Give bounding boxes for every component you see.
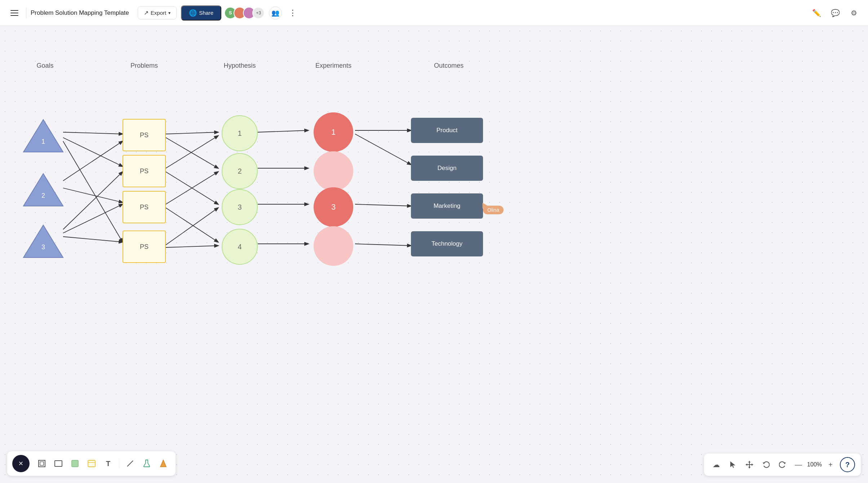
zoom-in-button[interactable]: + (825, 459, 836, 470)
canvas[interactable]: Goals Problems Hypothesis Experiments Ou… (0, 26, 868, 483)
sticky-note-tool[interactable] (68, 456, 82, 471)
more-options-button[interactable]: ⋮ (286, 6, 299, 19)
hypothesis-2[interactable]: 2 (222, 153, 258, 189)
svg-line-2 (63, 141, 123, 181)
svg-text:3: 3 (41, 243, 45, 251)
export-button[interactable]: ↗ Export ▾ (138, 6, 177, 19)
toolbar-separator (26, 8, 26, 18)
pencil-icon: ✏️ (812, 9, 821, 17)
move-tool[interactable] (743, 458, 756, 471)
cloud-icon[interactable]: ☁ (710, 458, 723, 471)
card-tool[interactable] (84, 456, 99, 471)
svg-text:1: 1 (41, 138, 45, 145)
svg-line-22 (355, 204, 411, 206)
goal-2[interactable]: 2 (22, 172, 65, 209)
question-icon: ? (845, 461, 850, 469)
settings-button[interactable]: ⚙ (847, 6, 861, 20)
triangle-1-shape: 1 (22, 118, 65, 154)
undo-icon (762, 461, 770, 468)
svg-line-4 (63, 172, 123, 229)
svg-marker-28 (23, 225, 63, 258)
ellipsis-icon: ⋮ (289, 8, 297, 18)
outcome-technology[interactable]: Technology (411, 231, 483, 256)
problem-2-label: PS (140, 167, 149, 175)
flask-tool[interactable] (140, 456, 154, 471)
experiment-2[interactable] (314, 151, 353, 191)
outcome-product-label: Product (437, 127, 458, 134)
svg-line-16 (258, 130, 308, 132)
edit-button[interactable]: ✏️ (810, 6, 823, 20)
triangle-3-shape: 3 (22, 223, 65, 259)
svg-marker-42 (748, 461, 750, 462)
svg-marker-26 (23, 174, 63, 206)
rectangle-tool[interactable] (51, 456, 66, 471)
close-icon: × (19, 459, 23, 468)
outcome-marketing-label: Marketing (434, 202, 461, 210)
rectangle-icon (54, 460, 62, 467)
people-button[interactable]: 👥 (269, 6, 282, 19)
close-button[interactable]: × (12, 455, 30, 472)
problem-2[interactable]: PS (123, 155, 166, 187)
hypothesis-3-label: 3 (238, 203, 242, 211)
hypothesis-4-label: 4 (238, 243, 242, 251)
svg-line-14 (166, 208, 218, 245)
share-label: Share (199, 10, 213, 16)
goal-1[interactable]: 1 (22, 118, 65, 155)
col-header-problems: Problems (130, 62, 158, 70)
zoom-controls: — 100% + (793, 459, 836, 470)
line-tool[interactable] (123, 456, 137, 471)
col-header-hypothesis: Hypothesis (223, 62, 256, 70)
experiment-3[interactable]: 3 (314, 187, 353, 227)
hypothesis-3[interactable]: 3 (222, 189, 258, 225)
triangle-2-shape: 2 (22, 172, 65, 208)
svg-rect-34 (88, 460, 95, 467)
svg-rect-32 (55, 461, 62, 466)
goal-3[interactable]: 3 (22, 223, 65, 261)
problem-1-label: PS (140, 131, 149, 139)
svg-marker-24 (23, 120, 63, 152)
svg-marker-46 (763, 462, 765, 464)
svg-line-5 (63, 204, 123, 233)
cursor-tool[interactable] (726, 458, 739, 471)
experiment-4[interactable] (314, 226, 353, 266)
redo-icon (779, 461, 786, 468)
hypothesis-4[interactable]: 4 (222, 229, 258, 265)
cloud-save-icon: ☁ (713, 460, 720, 469)
zoom-out-button[interactable]: — (793, 459, 804, 470)
svg-line-15 (166, 246, 218, 247)
problem-4[interactable]: PS (123, 231, 166, 263)
comment-button[interactable]: 💬 (828, 6, 842, 20)
problem-1[interactable]: PS (123, 119, 166, 151)
line-icon (126, 460, 134, 468)
outcome-design[interactable]: Design (411, 156, 483, 181)
svg-line-9 (166, 138, 218, 168)
cone-tool[interactable] (156, 456, 170, 471)
redo-button[interactable] (776, 458, 789, 471)
experiment-3-label: 3 (331, 202, 336, 212)
problem-3[interactable]: PS (123, 191, 166, 223)
olina-label: Olina (487, 207, 499, 213)
frame-tool[interactable] (35, 456, 49, 471)
svg-marker-43 (748, 467, 750, 469)
help-button[interactable]: ? (840, 457, 855, 472)
outcome-product[interactable]: Product (411, 118, 483, 143)
hamburger-icon (10, 10, 18, 16)
svg-line-3 (63, 188, 123, 202)
hypothesis-1[interactable]: 1 (222, 115, 258, 151)
sliders-icon: ⚙ (851, 9, 857, 17)
svg-marker-47 (784, 462, 786, 464)
move-icon (745, 461, 753, 469)
svg-line-13 (166, 208, 218, 242)
svg-line-23 (355, 244, 411, 246)
outcome-marketing[interactable]: Marketing (411, 193, 483, 219)
experiment-1[interactable]: 1 (314, 112, 353, 152)
olina-tooltip: Olina (483, 206, 504, 214)
undo-button[interactable] (760, 458, 772, 471)
share-button[interactable]: 🌐 Share (181, 5, 221, 21)
menu-button[interactable] (7, 6, 22, 20)
col-header-experiments: Experiments (315, 62, 351, 70)
text-tool[interactable]: T (101, 456, 115, 471)
cone-icon (160, 460, 167, 468)
svg-line-0 (63, 132, 123, 134)
sticky-note-icon (71, 460, 79, 467)
